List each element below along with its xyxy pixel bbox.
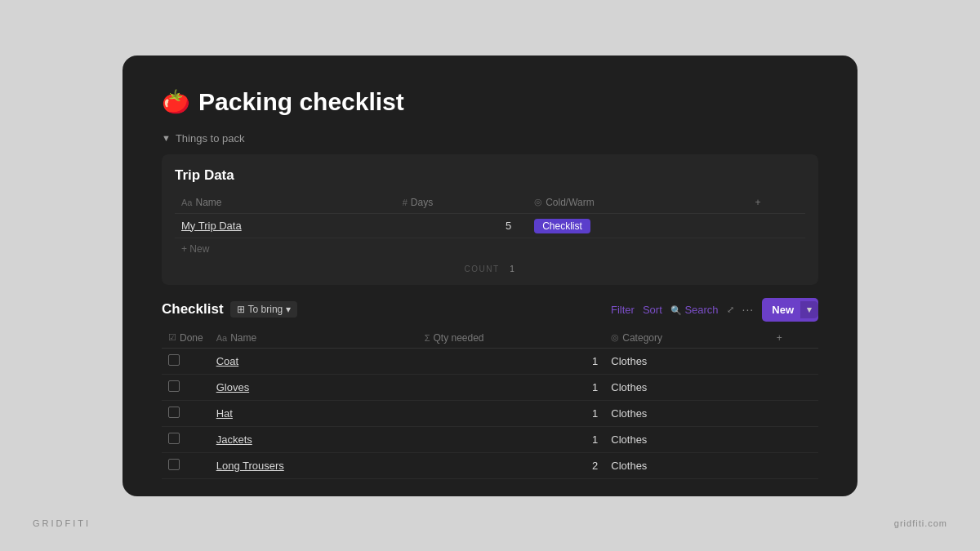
item-name-cell-3[interactable]: Jackets bbox=[210, 426, 418, 452]
checklist-title: Checklist bbox=[162, 301, 224, 318]
checklist-actions: Filter Sort 🔍 Search ⤢ ··· New ▾ bbox=[611, 298, 818, 322]
count-value: 1 bbox=[510, 264, 515, 273]
qty-cell-3: 1 bbox=[418, 426, 605, 452]
row-add-4 bbox=[770, 452, 818, 478]
watermark-left: GRIDFITI bbox=[33, 518, 91, 528]
checklist-row: Hat 1 Clothes bbox=[162, 400, 818, 426]
toggle-arrow-icon: ▼ bbox=[162, 133, 171, 143]
trip-new-row[interactable]: + New bbox=[175, 238, 805, 260]
checkbox-cell-3[interactable] bbox=[162, 426, 210, 452]
count-label: COUNT bbox=[465, 264, 500, 273]
new-button[interactable]: New ▾ bbox=[762, 298, 818, 322]
trip-tag-cell: Checklist bbox=[528, 213, 748, 238]
checkbox-cell-0[interactable] bbox=[162, 348, 210, 374]
item-name-1: Gloves bbox=[216, 381, 249, 393]
th-category: ◎ Category bbox=[604, 328, 769, 349]
item-name-cell-4[interactable]: Long Trousers bbox=[210, 452, 418, 478]
sort-button[interactable]: Sort bbox=[643, 304, 662, 316]
row-add-3 bbox=[770, 426, 818, 452]
search-button[interactable]: 🔍 Search bbox=[670, 304, 719, 316]
checklist-header: Checklist ⊞ To bring ▾ Filter Sort 🔍 Sea… bbox=[162, 298, 818, 322]
view-icon: ⊞ bbox=[237, 304, 245, 315]
th-days-label: Days bbox=[411, 197, 433, 208]
trip-data-block: Trip Data Aa Name # Days bbox=[162, 154, 818, 285]
checklist-table: ☑ Done Aa Name Σ Qty needed bbox=[162, 328, 818, 479]
item-name-cell-0[interactable]: Coat bbox=[210, 348, 418, 374]
item-name-4: Long Trousers bbox=[216, 460, 284, 472]
view-chevron-icon: ▾ bbox=[286, 304, 291, 315]
trip-days-cell: 5 bbox=[396, 213, 528, 238]
checkbox-3[interactable] bbox=[168, 433, 180, 444]
trip-add-cell bbox=[749, 213, 806, 238]
th-category-label: Category bbox=[622, 332, 662, 344]
search-icon: 🔍 bbox=[670, 305, 682, 315]
th-item-name-icon: Aa bbox=[216, 333, 227, 343]
qty-cell-4: 2 bbox=[418, 452, 605, 478]
trip-new-label: + New bbox=[181, 243, 209, 255]
filter-button[interactable]: Filter bbox=[611, 304, 635, 316]
count-row: COUNT 1 bbox=[175, 260, 805, 278]
row-add-1 bbox=[770, 374, 818, 400]
th-coldwarm-label: Cold/Warm bbox=[546, 197, 595, 208]
item-name-3: Jackets bbox=[216, 433, 252, 446]
th-done-label: Done bbox=[180, 332, 203, 344]
th-item-name: Aa Name bbox=[210, 328, 418, 349]
page-title-text: Packing checklist bbox=[198, 88, 404, 116]
th-name-label: Name bbox=[195, 197, 221, 208]
cold-country-tag[interactable]: Checklist bbox=[534, 219, 590, 233]
item-name-0: Coat bbox=[216, 355, 238, 367]
expand-icon[interactable]: ⤢ bbox=[727, 304, 734, 315]
th-qty-icon: Σ bbox=[425, 333, 430, 343]
th-item-name-label: Name bbox=[230, 332, 256, 344]
new-label: New bbox=[772, 304, 794, 316]
checkbox-cell-1[interactable] bbox=[162, 374, 210, 400]
qty-cell-0: 1 bbox=[418, 348, 605, 374]
th-coldwarm: ◎ Cold/Warm bbox=[528, 192, 748, 214]
checkbox-4[interactable] bbox=[168, 459, 180, 470]
trip-name-cell[interactable]: My Trip Data bbox=[175, 213, 396, 238]
page-title-row: 🍅 Packing checklist bbox=[162, 88, 818, 116]
th-name: Aa Name bbox=[175, 192, 396, 214]
checkbox-cell-4[interactable] bbox=[162, 452, 210, 478]
checklist-row: Long Trousers 2 Clothes bbox=[162, 452, 818, 478]
checklist-row: Gloves 1 Clothes bbox=[162, 374, 818, 400]
th-days-icon: # bbox=[403, 198, 408, 207]
th-qty-label: Qty needed bbox=[433, 332, 483, 344]
trip-data-table: Aa Name # Days ◎ bbox=[175, 192, 805, 238]
trip-data-title: Trip Data bbox=[175, 167, 805, 184]
th-done-icon: ☑ bbox=[168, 332, 176, 343]
category-cell-1: Clothes bbox=[604, 374, 769, 400]
th-add-col[interactable]: + bbox=[749, 192, 806, 214]
checkbox-0[interactable] bbox=[168, 354, 180, 366]
page-icon: 🍅 bbox=[162, 88, 190, 115]
category-cell-0: Clothes bbox=[604, 348, 769, 374]
toggle-row[interactable]: ▼ Things to pack bbox=[162, 132, 818, 144]
notion-window: 🍅 Packing checklist ▼ Things to pack Tri… bbox=[122, 56, 858, 496]
category-cell-2: Clothes bbox=[604, 400, 769, 426]
outer-wrapper: GRIDFITI gridfiti.com 🍅 Packing checklis… bbox=[0, 0, 980, 551]
new-arrow-icon[interactable]: ▾ bbox=[800, 301, 818, 318]
view-toggle-button[interactable]: ⊞ To bring ▾ bbox=[230, 301, 298, 318]
search-label: Search bbox=[684, 304, 718, 316]
item-name-cell-1[interactable]: Gloves bbox=[210, 374, 418, 400]
th-done: ☑ Done bbox=[162, 328, 210, 349]
watermark-right: gridfiti.com bbox=[894, 518, 947, 528]
th-name-icon: Aa bbox=[181, 198, 192, 207]
th-add-col-checklist[interactable]: + bbox=[770, 328, 818, 349]
row-add-2 bbox=[770, 400, 818, 426]
trip-name-value: My Trip Data bbox=[181, 220, 242, 232]
more-options-button[interactable]: ··· bbox=[742, 303, 755, 316]
row-add-0 bbox=[770, 348, 818, 374]
checkbox-2[interactable] bbox=[168, 407, 180, 418]
item-name-cell-2[interactable]: Hat bbox=[210, 400, 418, 426]
checklist-row: Coat 1 Clothes bbox=[162, 348, 818, 374]
qty-cell-1: 1 bbox=[418, 374, 605, 400]
category-cell-4: Clothes bbox=[604, 452, 769, 478]
view-label: To bring bbox=[248, 304, 283, 315]
checkbox-cell-2[interactable] bbox=[162, 400, 210, 426]
checkbox-1[interactable] bbox=[168, 380, 180, 392]
trip-data-row: My Trip Data 5 Checklist bbox=[175, 213, 805, 238]
category-cell-3: Clothes bbox=[604, 426, 769, 452]
qty-cell-2: 1 bbox=[418, 400, 605, 426]
item-name-2: Hat bbox=[216, 407, 233, 420]
